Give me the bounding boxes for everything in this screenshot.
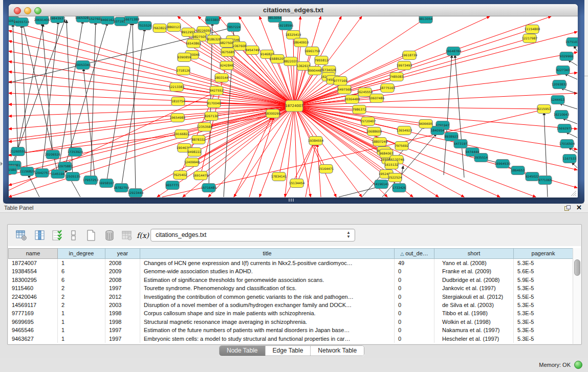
network-node[interactable]: 8878332 xyxy=(192,136,206,144)
window-resize-grip[interactable] xyxy=(570,189,577,196)
table-cell[interactable]: 22420046 xyxy=(8,293,58,301)
table-row[interactable]: 1830029562008Estimation of significance … xyxy=(8,276,573,284)
network-node[interactable]: 20053346 xyxy=(75,61,91,70)
table-cell[interactable]: 5.3E-5 xyxy=(514,318,573,326)
column-header-short[interactable]: short xyxy=(434,248,514,259)
network-node[interactable]: 9657771 xyxy=(166,181,180,190)
memory-ok-led-icon[interactable] xyxy=(574,361,582,369)
table-cell[interactable]: 5.3E-5 xyxy=(514,309,573,317)
table-cell[interactable]: 5.5E-5 xyxy=(514,293,573,301)
table-cell[interactable]: Tibbo et al. (1998) xyxy=(434,309,514,317)
table-cell[interactable]: 1998 xyxy=(105,318,140,326)
network-node[interactable]: 8990448 xyxy=(308,67,322,75)
network-node[interactable]: 10607486 xyxy=(369,94,385,103)
network-window-titlebar[interactable]: citations_edges.txt xyxy=(9,4,578,16)
table-cell[interactable]: 19384554 xyxy=(8,267,58,275)
network-node[interactable]: 15751074 xyxy=(565,38,578,47)
table-cell[interactable]: 5.6E-5 xyxy=(514,267,573,275)
table-cell[interactable]: 1 xyxy=(58,335,105,343)
vertical-scrollbar[interactable] xyxy=(573,248,581,344)
table-cell[interactable]: Franke et al. (2009) xyxy=(434,267,514,275)
network-node[interactable]: 12213383 xyxy=(169,83,185,92)
network-node[interactable]: 12505135 xyxy=(65,172,81,181)
table-cell[interactable]: de Silva et al. (2003) xyxy=(434,301,514,309)
table-settings-icon[interactable] xyxy=(16,229,27,242)
network-node[interactable]: 16958107 xyxy=(99,179,115,188)
network-node[interactable]: 12217987 xyxy=(522,34,538,43)
table-cell[interactable]: Corpus callosum shape and size in male p… xyxy=(140,309,395,317)
network-node[interactable]: 16964530 xyxy=(495,160,511,168)
table-cell[interactable]: Structural magnetic resonance image aver… xyxy=(140,318,395,326)
table-cell[interactable]: Wolkin et al. (1998) xyxy=(434,318,514,326)
network-node[interactable]: 12409948 xyxy=(184,158,200,167)
network-node[interactable]: 1615132 xyxy=(385,161,399,169)
network-node[interactable]: 14196141 xyxy=(374,180,389,189)
table-cell[interactable]: 5.3E-5 xyxy=(514,326,573,334)
table-row[interactable]: 911546021997Tourette syndrome. Phenomeno… xyxy=(8,284,573,292)
table-cell[interactable]: 1997 xyxy=(105,284,140,292)
table-cell[interactable]: 6 xyxy=(58,276,105,284)
table-cell[interactable]: Stergiakouli et al. (2012) xyxy=(434,293,514,301)
column-header-year[interactable]: year xyxy=(105,248,140,259)
network-node[interactable]: 1167533 xyxy=(563,155,577,163)
table-cell[interactable]: 9465546 xyxy=(8,326,58,334)
table-cell[interactable]: 2 xyxy=(58,284,105,292)
table-cell[interactable]: 2 xyxy=(58,301,105,309)
network-node[interactable]: 19166822 xyxy=(174,130,190,139)
column-header-in_degree[interactable]: in_degree xyxy=(58,248,105,259)
table-cell[interactable]: 9777169 xyxy=(8,309,58,317)
network-node[interactable]: 12353584 xyxy=(197,123,213,132)
network-node[interactable]: 2367608 xyxy=(233,42,247,51)
table-row[interactable]: 977716911998Corpus callosum shape and si… xyxy=(8,309,573,317)
network-node[interactable]: 20691406 xyxy=(34,16,50,25)
row-height-icon[interactable] xyxy=(68,229,79,242)
table-cell[interactable]: 1998 xyxy=(105,309,140,317)
network-node[interactable]: 18640910 xyxy=(293,38,309,47)
table-cell[interactable]: 2008 xyxy=(105,276,140,284)
network-node[interactable]: 19218596 xyxy=(278,21,294,30)
table-cell[interactable]: 0 xyxy=(395,267,434,275)
network-node[interactable]: 9777169 xyxy=(334,77,347,85)
network-node[interactable]: 15692971 xyxy=(557,124,573,133)
table-cell[interactable]: Genome-wide association studies in ADHD. xyxy=(140,267,395,275)
table-cell[interactable]: 9115460 xyxy=(8,284,58,292)
table-cell[interactable]: 1 xyxy=(58,326,105,334)
table-cell[interactable]: 2 xyxy=(58,293,105,301)
network-node[interactable]: 17834141 xyxy=(271,172,287,181)
network-node[interactable]: 8170049 xyxy=(207,99,221,108)
tab-edge-table[interactable]: Edge Table xyxy=(265,346,311,356)
network-node[interactable]: 1864653 xyxy=(511,166,525,175)
network-node[interactable]: 8822037 xyxy=(284,57,298,66)
tab-network-table[interactable]: Network Table xyxy=(310,346,364,356)
table-cell[interactable]: 2012 xyxy=(105,293,140,301)
table-cell[interactable]: 5.3E-5 xyxy=(514,284,573,292)
table-cell[interactable]: 0 xyxy=(395,318,434,326)
float-panel-icon[interactable] xyxy=(564,205,571,211)
network-node[interactable]: 16671388 xyxy=(124,16,140,24)
table-cell[interactable]: Nakamura et al. (1997) xyxy=(434,326,514,334)
table-cell[interactable]: Disruption of a novel member of a sodium… xyxy=(140,301,395,309)
network-node[interactable]: 18807249 xyxy=(372,138,388,146)
table-cell[interactable]: 5.3E-5 xyxy=(514,259,573,267)
network-node[interactable]: 12942757 xyxy=(34,169,50,178)
table-cell[interactable]: 2008 xyxy=(105,259,140,267)
table-row[interactable]: 969969511998Structural magnetic resonanc… xyxy=(8,318,573,326)
show-columns-icon[interactable] xyxy=(34,229,46,242)
table-chooser-dropdown[interactable]: citations_edges.txt ▲▼ xyxy=(150,229,355,242)
table-cell[interactable]: Dudbridge et al. (2008) xyxy=(434,276,514,284)
network-node[interactable]: 19973493 xyxy=(397,61,412,70)
network-node[interactable]: 3675685 xyxy=(221,48,235,57)
network-node[interactable]: 9827508 xyxy=(220,39,234,48)
table-cell[interactable]: 2009 xyxy=(105,267,140,275)
network-node[interactable]: 10688609 xyxy=(366,127,382,136)
network-node[interactable]: 8215953 xyxy=(537,105,551,114)
tab-node-table[interactable]: Node Table xyxy=(220,346,265,356)
network-node[interactable]: 2718126 xyxy=(177,67,190,75)
network-node[interactable]: 8427552 xyxy=(210,86,224,95)
network-node[interactable]: 17016504 xyxy=(559,140,575,148)
table-cell[interactable]: Investigating the contribution of common… xyxy=(140,293,395,301)
table-cell[interactable]: 14569117 xyxy=(8,301,58,309)
table-cell[interactable]: Changes of HCN gene expression and I(f) … xyxy=(140,259,395,267)
network-node[interactable]: 20364486 xyxy=(344,95,360,104)
table-cell[interactable]: 0 xyxy=(395,335,434,343)
